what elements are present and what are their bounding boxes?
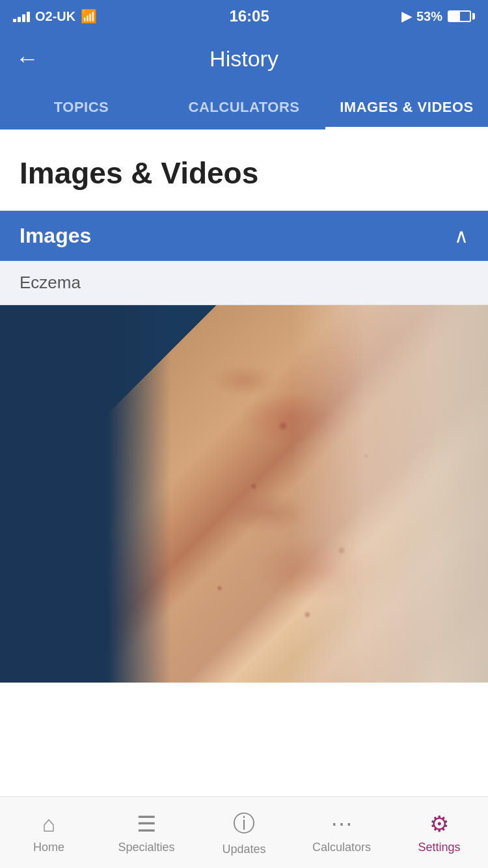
- header-title: History: [210, 46, 278, 72]
- battery-icon: [448, 10, 475, 22]
- nav-updates[interactable]: ⓘ Updates: [195, 809, 293, 856]
- wifi-icon: 📶: [81, 8, 97, 24]
- bottom-nav: ⌂ Home ☰ Specialties ⓘ Updates ⋯ Calcula…: [0, 796, 488, 868]
- back-button[interactable]: ←: [16, 45, 39, 72]
- nav-home-label: Home: [33, 841, 64, 854]
- chevron-up-icon: ∧: [454, 224, 468, 247]
- signal-icon: [13, 10, 30, 22]
- carrier-label: O2-UK: [35, 9, 75, 24]
- subsection-label: Eczema: [0, 261, 488, 305]
- images-section-header[interactable]: Images ∧: [0, 211, 488, 261]
- tab-bar: TOPICS CALCULATORS IMAGES & VIDEOS: [0, 85, 488, 129]
- calculators-icon: ⋯: [331, 811, 353, 837]
- nav-calculators-label: Calculators: [312, 841, 371, 854]
- updates-icon: ⓘ: [233, 809, 255, 839]
- nav-specialties[interactable]: ☰ Specialties: [98, 811, 195, 854]
- nav-settings[interactable]: ⚙ Settings: [390, 811, 488, 854]
- status-time: 16:05: [229, 7, 269, 25]
- home-icon: ⌂: [42, 811, 56, 837]
- tab-topics[interactable]: TOPICS: [0, 85, 163, 128]
- status-bar: O2-UK 📶 16:05 ▶ 53%: [0, 0, 488, 33]
- nav-specialties-label: Specialties: [118, 841, 174, 854]
- nav-settings-label: Settings: [418, 841, 460, 854]
- battery-percent: 53%: [416, 9, 442, 24]
- status-bar-left: O2-UK 📶: [13, 8, 97, 24]
- specialties-icon: ☰: [137, 811, 156, 837]
- settings-icon: ⚙: [429, 811, 449, 837]
- page-title-section: Images & Videos: [0, 129, 488, 211]
- image-container[interactable]: [0, 305, 488, 683]
- tab-images-videos[interactable]: IMAGES & VIDEOS: [325, 85, 488, 128]
- page-title: Images & Videos: [20, 156, 468, 191]
- eczema-image: [0, 305, 488, 683]
- main-content: Images & Videos Images ∧ Eczema: [0, 129, 488, 754]
- nav-calculators[interactable]: ⋯ Calculators: [293, 811, 390, 854]
- status-bar-right: ▶ 53%: [401, 8, 475, 24]
- header: ← History: [0, 33, 488, 85]
- images-section-title: Images: [20, 224, 91, 248]
- location-icon: ▶: [401, 8, 411, 24]
- nav-updates-label: Updates: [222, 843, 265, 856]
- tab-calculators[interactable]: CALCULATORS: [163, 85, 325, 128]
- nav-home[interactable]: ⌂ Home: [0, 811, 98, 854]
